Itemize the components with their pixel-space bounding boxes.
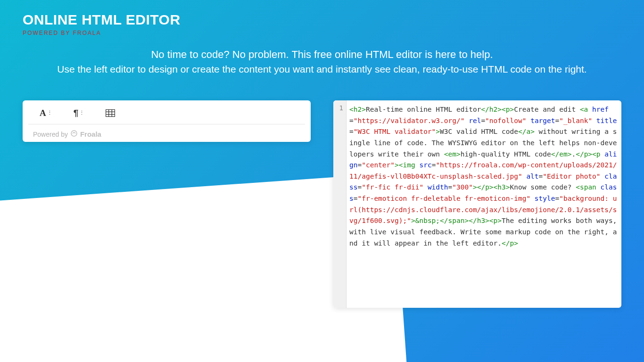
paragraph-icon: ¶	[74, 108, 79, 118]
intro-block: No time to code? No problem. This free o…	[23, 49, 621, 75]
froala-brand-name: Froala	[80, 130, 101, 138]
wysiwyg-editor-panel: A⋮ ¶⋮ Powered by Froala	[23, 100, 311, 142]
line-number: 1	[336, 104, 343, 112]
powered-by-label: Powered by Froala	[23, 124, 311, 138]
code-textarea[interactable]: <h2>Real-time online HTML editor</h2><p>…	[347, 100, 621, 308]
editor-toolbar: A⋮ ¶⋮	[28, 106, 305, 124]
line-number-gutter: 1	[333, 100, 347, 308]
table-icon	[106, 109, 115, 117]
paragraph-formatting-button[interactable]: ¶⋮	[74, 108, 84, 118]
page-title: ONLINE HTML EDITOR	[23, 12, 621, 28]
page-subtitle: POWERED BY FROALA	[23, 30, 621, 36]
code-editor-panel: 1 <h2>Real-time online HTML editor</h2><…	[333, 100, 621, 308]
intro-line-1: No time to code? No problem. This free o…	[23, 49, 621, 61]
intro-line-2: Use the left editor to design or create …	[23, 64, 621, 75]
svg-point-5	[71, 131, 77, 136]
dropdown-dots-icon: ⋮	[47, 110, 52, 116]
insert-table-button[interactable]	[106, 108, 115, 118]
powered-prefix: Powered by	[33, 131, 68, 138]
text-formatting-button[interactable]: A⋮	[40, 108, 52, 118]
text-icon: A	[40, 108, 46, 118]
svg-rect-0	[106, 110, 115, 117]
froala-logo-icon	[71, 130, 77, 138]
dropdown-dots-icon: ⋮	[79, 110, 84, 116]
